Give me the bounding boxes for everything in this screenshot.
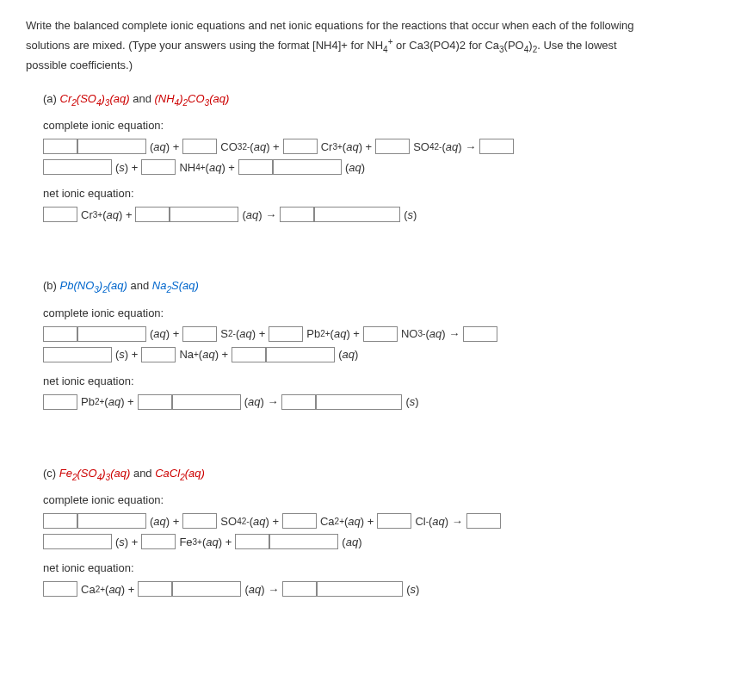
pb2-label: Pb2+(aq) + — [81, 395, 134, 408]
input-coef[interactable] — [377, 513, 411, 529]
part-b-complete-row1: (aq) + S2-(aq) + Pb2+(aq) + NO3-(aq) → — [43, 326, 709, 342]
so4-label: SO42-(aq) + — [220, 515, 279, 528]
instructions: Write the balanced complete ionic equati… — [26, 17, 709, 75]
input-coef[interactable] — [182, 326, 217, 342]
nh4-label: NH4+(aq) + — [179, 161, 235, 174]
na-label: Na+(aq) + — [179, 348, 228, 361]
input-coef[interactable] — [138, 394, 172, 410]
input-species[interactable] — [77, 513, 146, 529]
input-coef[interactable] — [238, 159, 273, 175]
aq-label: (aq) — [338, 348, 358, 361]
s-label: (s) — [404, 208, 417, 221]
s-plus-label: (s) + — [115, 536, 138, 548]
s2-label: S2-(aq) + — [220, 327, 265, 340]
input-species[interactable] — [77, 139, 146, 154]
part-a-letter: (a) — [43, 92, 57, 105]
input-coef[interactable] — [281, 394, 316, 410]
s-label: (s) — [406, 583, 419, 596]
part-a-compound2: (NH4)2CO3(aq) — [155, 92, 230, 105]
cr3-label: Cr3+(aq) + — [321, 140, 372, 153]
aq-arrow-label: (aq) → — [244, 395, 279, 408]
input-coef[interactable] — [269, 326, 303, 342]
input-coef[interactable] — [43, 581, 77, 597]
s-plus-label: (s) + — [115, 161, 138, 174]
input-coef[interactable] — [466, 513, 501, 529]
instructions-line2-post: . Use the lowest — [537, 39, 617, 52]
part-b-compound1: Pb(NO3)2(aq) — [60, 279, 127, 292]
input-species[interactable] — [317, 581, 403, 597]
s-plus-label: (s) + — [115, 348, 138, 361]
instructions-line3: possible coefficients.) — [26, 59, 133, 71]
input-species[interactable] — [43, 534, 112, 549]
ca2-label: Ca2+(aq) + — [320, 515, 374, 528]
aq-label: (aq) — [345, 161, 365, 174]
input-species[interactable] — [314, 207, 400, 222]
aq-plus-label: (aq) + — [150, 327, 179, 340]
part-c-letter: (c) — [43, 467, 56, 480]
input-coef[interactable] — [282, 581, 317, 597]
part-c-complete-row1: (aq) + SO42-(aq) + Ca2+(aq) + Cl-(aq) → — [43, 513, 709, 529]
aq-arrow-label: (aq) → — [244, 583, 279, 596]
part-c-compound1: Fe2(SO4)3(aq) — [59, 467, 130, 480]
input-species[interactable] — [170, 207, 238, 222]
input-species[interactable] — [269, 534, 338, 549]
input-species[interactable] — [43, 347, 112, 362]
aq-arrow-label: (aq) → — [242, 208, 276, 221]
s-label: (s) — [405, 395, 418, 408]
input-coef[interactable] — [282, 513, 317, 529]
input-coef[interactable] — [375, 139, 410, 154]
input-coef[interactable] — [141, 159, 176, 175]
part-b-net-title: net ionic equation: — [43, 375, 709, 387]
part-c-compound2: CaCl2(aq) — [155, 467, 205, 480]
input-species[interactable] — [266, 347, 335, 362]
part-b-complete-title: complete ionic equation: — [43, 307, 709, 319]
instructions-line2-pre: solutions are mixed. (Type your answers … — [26, 39, 383, 52]
part-b-label: (b) Pb(NO3)2(aq) and Na2S(aq) — [43, 279, 709, 294]
input-coef[interactable] — [43, 207, 77, 222]
cl-label: Cl-(aq) → — [415, 515, 462, 528]
input-coef[interactable] — [235, 534, 269, 549]
input-species[interactable] — [43, 159, 112, 175]
input-species[interactable] — [172, 581, 241, 597]
cr3-label: Cr3+(aq) + — [81, 208, 132, 221]
input-coef[interactable] — [182, 513, 217, 529]
input-coef[interactable] — [363, 326, 398, 342]
input-coef[interactable] — [43, 139, 77, 154]
part-c-and: and — [133, 467, 152, 480]
ca2-label: Ca2+(aq) + — [81, 583, 134, 596]
part-b-and: and — [131, 279, 150, 292]
part-a-compound1: Cr2(SO4)3(aq) — [60, 92, 130, 105]
input-species[interactable] — [172, 394, 241, 410]
part-a-complete-title: complete ionic equation: — [43, 119, 709, 132]
input-coef[interactable] — [138, 581, 172, 597]
aq-label: (aq) — [342, 536, 361, 548]
input-species[interactable] — [316, 394, 402, 410]
input-coef[interactable] — [463, 326, 497, 342]
so4-label: SO42-(aq) → — [413, 140, 476, 153]
input-coef[interactable] — [141, 534, 176, 549]
input-species[interactable] — [273, 159, 342, 175]
input-coef[interactable] — [141, 347, 176, 362]
aq-plus-label: (aq) + — [150, 140, 179, 153]
part-c-complete-row2: (s) + Fe3+(aq) + (aq) — [43, 534, 709, 549]
input-coef[interactable] — [182, 139, 217, 154]
input-coef[interactable] — [43, 326, 77, 342]
instructions-line1: Write the balanced complete ionic equati… — [26, 19, 634, 32]
part-a-net-row: Cr3+(aq) + (aq) → (s) — [43, 207, 709, 222]
part-a-label: (a) Cr2(SO4)3(aq) and (NH4)2CO3(aq) — [43, 92, 709, 108]
input-coef[interactable] — [135, 207, 170, 222]
input-coef[interactable] — [232, 347, 266, 362]
input-coef[interactable] — [280, 207, 314, 222]
input-species[interactable] — [77, 326, 146, 342]
part-b-letter: (b) — [43, 279, 57, 292]
input-coef[interactable] — [479, 139, 514, 154]
part-a-complete-row1: (aq) + CO32-(aq) + Cr3+(aq) + SO42-(aq) … — [43, 139, 709, 154]
fe3-label: Fe3+(aq) + — [179, 536, 232, 548]
input-coef[interactable] — [43, 394, 77, 410]
part-b-compound2: Na2S(aq) — [152, 279, 199, 292]
input-coef[interactable] — [43, 513, 77, 529]
part-a-and: and — [133, 92, 151, 105]
input-coef[interactable] — [283, 139, 318, 154]
part-b-complete-row2: (s) + Na+(aq) + (aq) — [43, 347, 709, 362]
part-c-net-row: Ca2+(aq) + (aq) → (s) — [43, 581, 709, 597]
